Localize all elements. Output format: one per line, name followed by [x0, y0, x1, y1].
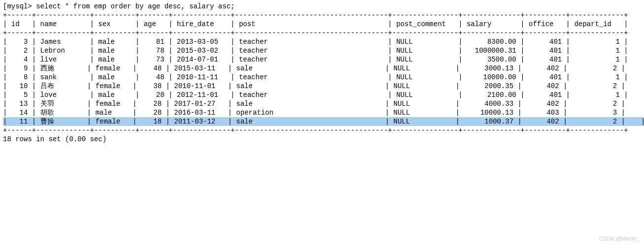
table-row: | 3 | James | male | 81 | 2013-03-05 | t… — [3, 37, 641, 46]
table-row: | 2 | Lebron | male | 78 | 2015-03-02 | … — [3, 46, 641, 55]
separator: +------+-------------+----------+-------… — [3, 11, 641, 20]
table-row: | 8 | sank | male | 48 | 2010-11-11 | te… — [3, 73, 641, 82]
query-line: [mysql> select * from emp order by age d… — [3, 2, 641, 11]
table-row: | 10 | 吕布 | female | 38 | 2010-11-01 | s… — [3, 82, 641, 91]
table-row: | 13 | 关羽 | female | 28 | 2017-01-27 | s… — [3, 99, 641, 108]
table-row: | 14 | 胡歌 | male | 28 | 2016-03-11 | ope… — [3, 108, 641, 117]
table-row: | 5 | love | male | 28 | 2012-11-01 | te… — [3, 91, 641, 99]
separator: +------+-------------+----------+-------… — [3, 126, 641, 135]
footer-line: 18 rows in set (0.00 sec) — [3, 135, 641, 144]
table-row: | 4 | live | male | 73 | 2014-07-01 | te… — [3, 55, 641, 64]
table-row: | 12 | 张飞 | female | 18 | 2016-05-13 | s… — [641, 117, 644, 126]
terminal-output: [mysql> select * from emp order by age d… — [3, 2, 641, 144]
table-row: | 11 | 曹操 | female | 18 | 2011-03-12 | s… — [3, 117, 641, 126]
separator: +------+-------------+----------+-------… — [3, 29, 641, 37]
header-row: | id | name | sex | age | hire_date | po… — [3, 20, 641, 29]
table-row: | 9 | 西施 | female | 48 | 2015-03-11 | sa… — [3, 64, 641, 73]
